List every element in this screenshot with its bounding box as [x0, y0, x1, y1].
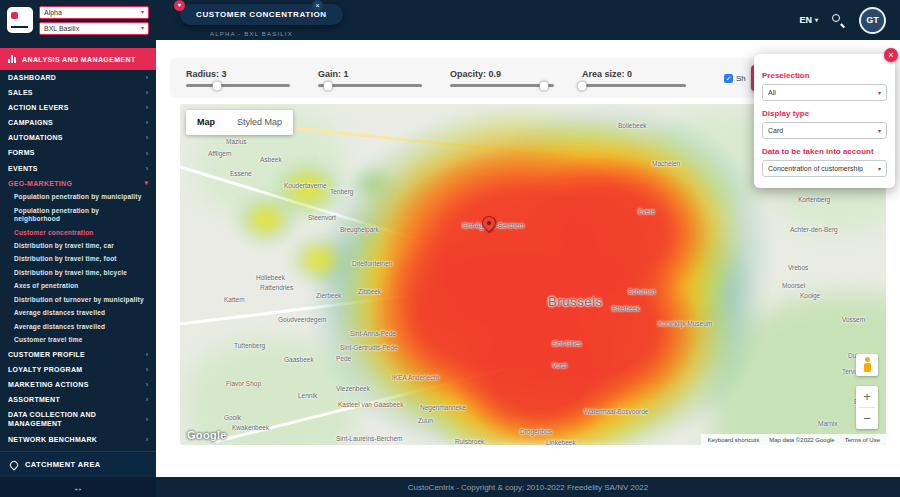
- slider-thumb[interactable]: [578, 81, 587, 90]
- slider-track[interactable]: [450, 84, 554, 87]
- map-type-tabs: Map Styled Map: [186, 110, 293, 135]
- topbar: ♥ CUSTOMER CONCENTRATION × ALPHA - BXL B…: [156, 0, 900, 40]
- panel-select[interactable]: All ▾: [762, 84, 887, 101]
- slider-group: Area size: 0: [582, 69, 714, 87]
- sidebar-item-label: NETWORK BENCHMARK: [8, 435, 97, 444]
- map-place-label: Koudertaverne: [284, 182, 327, 189]
- panel-select-value: Card: [768, 127, 783, 134]
- panel-select-value: Concentration of customership: [768, 165, 863, 172]
- sidebar-item[interactable]: CAMPAIGNS ›: [0, 115, 156, 130]
- footer: CustoCentrix - Copyright & copy; 2010-20…: [156, 477, 900, 497]
- checkbox-checked-icon: ✓: [724, 74, 733, 83]
- app-logo: [7, 7, 33, 33]
- map-place-label: Rattendries: [260, 284, 293, 291]
- copyright-text: CustoCentrix - Copyright & copy; 2010-20…: [408, 483, 649, 492]
- language-selector[interactable]: EN ▾: [799, 15, 818, 25]
- google-logo[interactable]: Google: [187, 429, 227, 441]
- slider-thumb[interactable]: [324, 81, 333, 90]
- sidebar-item[interactable]: Population penetration by neighborhood: [0, 204, 156, 226]
- app-root: Alpha ▾ BXL Basilix ▾ ♥ CUSTOMER CONCENT…: [0, 0, 900, 497]
- branch-select[interactable]: BXL Basilix ▾: [39, 22, 149, 35]
- map-place-label: Hollebeek: [256, 274, 285, 281]
- sidebar-item[interactable]: AUTOMATIONS ›: [0, 130, 156, 145]
- page-title-area: ♥ CUSTOMER CONCENTRATION × ALPHA - BXL B…: [166, 0, 426, 40]
- sidebar-item[interactable]: GEO-MARKETING ▾: [0, 176, 156, 191]
- sidebar-section-analysis-management[interactable]: ANALYSIS AND MANAGEMENT: [0, 48, 156, 70]
- sidebar-item-catchment-area[interactable]: CATCHMENT AREA: [0, 451, 156, 477]
- sidebar-item[interactable]: Customer concentration: [0, 226, 156, 239]
- sidebar-item[interactable]: Axes of penetration: [0, 280, 156, 293]
- chevron-down-icon: ▾: [878, 166, 881, 172]
- sliders: Radius: 3 Gain: 1 Opacity: 0.9: [186, 69, 714, 87]
- slider-track[interactable]: [186, 84, 290, 87]
- map-place-label: Etterbeek: [612, 305, 640, 312]
- pegman-icon[interactable]: [856, 354, 878, 376]
- map-place-label: Tenberg: [330, 188, 354, 195]
- zoom-in-button[interactable]: +: [856, 386, 878, 407]
- sidebar-item[interactable]: LOYALTY PROGRAM ›: [0, 362, 156, 377]
- slider-group: Radius: 3: [186, 69, 318, 87]
- sidebar-item[interactable]: Distribution of turnover by municipality: [0, 293, 156, 306]
- sidebar-item[interactable]: DATA COLLECTION AND MANAGEMENT ›: [0, 407, 156, 431]
- map-place-label: Kwakenbeek: [232, 424, 269, 431]
- map-place-label: Lennik: [298, 392, 317, 399]
- map-place-label: IKEA Anderlecht: [392, 374, 439, 381]
- sidebar-collapse-button[interactable]: ↔: [0, 477, 156, 497]
- map-type-tab[interactable]: Styled Map: [226, 110, 293, 135]
- map-attribution-link[interactable]: Map data ©2022 Google: [769, 437, 834, 443]
- store-select[interactable]: Alpha ▾: [39, 6, 149, 19]
- sidebar-item[interactable]: ASSORTMENT ›: [0, 392, 156, 407]
- chevron-icon: ›: [146, 381, 148, 388]
- chevron-icon: ›: [146, 134, 148, 141]
- map-type-tab[interactable]: Map: [186, 110, 226, 135]
- map-place-label: Kattem: [224, 296, 245, 303]
- sidebar-item[interactable]: ACTION LEVERS ›: [0, 100, 156, 115]
- map-place-label: Schuman: [628, 288, 655, 295]
- slider-thumb[interactable]: [539, 81, 548, 90]
- map-attribution-link[interactable]: Keyboard shortcuts: [707, 437, 759, 443]
- zoom-out-button[interactable]: −: [856, 408, 878, 429]
- sidebar-item[interactable]: Distribution by travel time, foot: [0, 253, 156, 266]
- map-pin-icon: [8, 459, 19, 470]
- sidebar-item[interactable]: Customer travel time: [0, 334, 156, 347]
- sidebar: ANALYSIS AND MANAGEMENT DASHBOARD › SALE…: [0, 40, 156, 497]
- sidebar-item[interactable]: SALES ›: [0, 85, 156, 100]
- map-place-label: Goudveerdegem: [278, 316, 326, 323]
- sidebar-item-label: ASSORTMENT: [8, 395, 60, 404]
- store-selectors: Alpha ▾ BXL Basilix ▾: [39, 6, 149, 35]
- map-place-label: Sint-Anna-Pede: [350, 330, 396, 337]
- slider-track[interactable]: [582, 84, 686, 87]
- sidebar-item-label: Customer travel time: [14, 336, 83, 344]
- sidebar-item[interactable]: Distribution by travel time, car: [0, 240, 156, 253]
- sidebar-item-label: Axes of penetration: [14, 282, 78, 290]
- slider-track[interactable]: [318, 84, 422, 87]
- map-attribution-link[interactable]: Terms of Use: [845, 437, 880, 443]
- sidebar-item[interactable]: Distribution by travel time, bicycle: [0, 266, 156, 279]
- map-place-label: Flavor Shop: [226, 380, 261, 387]
- panel-section: Display type Card ▾: [762, 109, 887, 139]
- chevron-down-icon: ▾: [141, 9, 144, 15]
- sidebar-item[interactable]: Average distances travelled: [0, 307, 156, 320]
- sidebar-item[interactable]: Population penetration by municipality: [0, 191, 156, 204]
- badge-close-icon[interactable]: ×: [312, 0, 323, 11]
- show-checkbox[interactable]: ✓ Sh: [724, 74, 746, 83]
- map-place-label: Gooik: [224, 414, 241, 421]
- sidebar-item[interactable]: MARKETING ACTIONS ›: [0, 377, 156, 392]
- slider-thumb[interactable]: [213, 81, 222, 90]
- chevron-icon: ›: [146, 165, 148, 172]
- sidebar-item[interactable]: EVENTS ›: [0, 161, 156, 176]
- panel-select[interactable]: Concentration of customership ▾: [762, 160, 887, 177]
- sidebar-item-label: FORMS: [8, 148, 35, 157]
- close-icon[interactable]: ×: [884, 48, 898, 62]
- sidebar-item[interactable]: DASHBOARD ›: [0, 70, 156, 85]
- panel-select[interactable]: Card ▾: [762, 122, 887, 139]
- search-icon[interactable]: [831, 13, 846, 28]
- sidebar-item[interactable]: FORMS ›: [0, 145, 156, 160]
- avatar[interactable]: GT: [859, 7, 886, 34]
- sidebar-item[interactable]: Average distances travelled: [0, 320, 156, 333]
- sidebar-item[interactable]: CUSTOMER PROFILE ›: [0, 347, 156, 362]
- sidebar-item[interactable]: NETWORK BENCHMARK ›: [0, 432, 156, 447]
- sidebar-item-label: DATA COLLECTION AND MANAGEMENT: [8, 410, 142, 428]
- slider-label: Radius: 3: [186, 69, 318, 79]
- panel-section-title: Data to be taken into account: [762, 147, 887, 156]
